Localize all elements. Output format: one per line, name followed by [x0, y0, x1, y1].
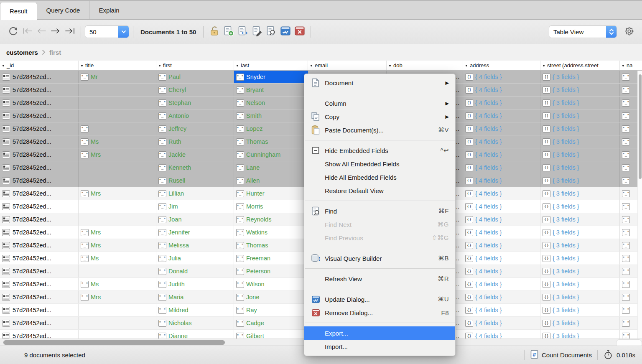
cell-na[interactable]: "_" — [620, 122, 638, 135]
cell-id[interactable]: 57d28452ed... — [0, 226, 79, 239]
cell-street[interactable]: {}{ 3 fields } — [540, 278, 620, 290]
cell-address[interactable]: {}{ 4 fields } — [463, 71, 540, 83]
cell-street[interactable]: {}{ 3 fields } — [540, 213, 620, 226]
cell-title[interactable]: "_"Ms — [79, 135, 156, 148]
count-documents-button[interactable]: # Count Documents — [530, 349, 592, 361]
cell-street[interactable]: {}{ 3 fields } — [540, 304, 620, 316]
cell-last[interactable]: "_"Snyder — [234, 71, 308, 83]
cell-street[interactable]: {}{ 3 fields } — [540, 291, 620, 303]
cell-last[interactable]: "_"Ray — [234, 304, 308, 316]
cell-id[interactable]: 57d28452ed... — [0, 97, 79, 109]
cell-first[interactable]: "_"Jeffrey — [156, 122, 234, 135]
cell-address[interactable]: {}{ 4 fields } — [463, 291, 540, 303]
cell-na[interactable]: "_" — [620, 109, 638, 122]
cell-address[interactable]: {}{ 4 fields } — [463, 226, 540, 239]
cell-street[interactable]: {}{ 3 fields } — [540, 161, 620, 174]
menu-item-visual-query-builder[interactable]: Visual Query Builder⌘B — [304, 252, 455, 265]
cell-first[interactable]: "_"Jim — [156, 200, 234, 213]
cell-address[interactable]: {}{ 4 fields } — [463, 174, 540, 187]
cell-title[interactable]: "_"Mr — [79, 71, 156, 83]
cell-first[interactable]: "_"Maria — [156, 291, 234, 303]
next-page-button[interactable] — [48, 25, 63, 39]
cell-na[interactable]: "_" — [620, 187, 638, 200]
cell-street[interactable]: {}{ 3 fields } — [540, 135, 620, 148]
cell-street[interactable]: {}{ 3 fields } — [540, 252, 620, 265]
cell-id[interactable]: 57d28452ed... — [0, 174, 79, 187]
cell-title[interactable] — [79, 109, 156, 122]
cell-na[interactable]: "_" — [620, 200, 638, 213]
cell-last[interactable]: "_"Freeman — [234, 252, 308, 265]
unlock-button[interactable] — [207, 25, 222, 39]
update-dialog-button[interactable] — [278, 25, 293, 39]
cell-last[interactable]: "_"Lopez — [234, 122, 308, 135]
view-mode-select[interactable]: Table View — [549, 25, 617, 38]
cell-id[interactable]: 57d28452ed... — [0, 135, 79, 148]
cell-last[interactable]: "_"Watkins — [234, 226, 308, 239]
last-page-button[interactable] — [63, 25, 77, 39]
menu-item-export[interactable]: Export... — [304, 326, 455, 340]
cell-na[interactable]: "_" — [620, 291, 638, 303]
cell-street[interactable]: {}{ 3 fields } — [540, 265, 620, 277]
cell-title[interactable] — [79, 265, 156, 277]
cell-address[interactable]: {}{ 4 fields } — [463, 122, 540, 135]
cell-id[interactable]: 57d28452ed... — [0, 187, 79, 200]
settings-button[interactable] — [622, 25, 636, 39]
cell-last[interactable]: "_"Cunningham — [234, 148, 308, 161]
cell-id[interactable]: 57d28452ed... — [0, 200, 79, 213]
cell-street[interactable]: {}{ 3 fields } — [540, 122, 620, 135]
menu-item-column[interactable]: Column▶ — [304, 97, 455, 110]
cell-address[interactable]: {}{ 4 fields } — [463, 252, 540, 265]
column-header-id[interactable]: _id — [0, 61, 79, 70]
first-page-button[interactable] — [20, 25, 34, 39]
cell-street[interactable]: {}{ 3 fields } — [540, 109, 620, 122]
cell-street[interactable]: {}{ 3 fields } — [540, 97, 620, 109]
prev-page-button[interactable] — [34, 25, 48, 39]
cell-last[interactable]: "_"Reynolds — [234, 213, 308, 226]
cell-first[interactable]: "_"Donald — [156, 265, 234, 277]
menu-item-remove-dialog[interactable]: Remove Dialog...F8 — [304, 306, 455, 319]
cell-title[interactable] — [79, 304, 156, 316]
breadcrumb-field[interactable]: first — [49, 49, 61, 56]
column-header-first[interactable]: first — [156, 61, 234, 70]
cell-address[interactable]: {}{ 4 fields } — [463, 97, 540, 109]
cell-na[interactable]: "_" — [620, 330, 638, 339]
cell-na[interactable]: "_" — [620, 174, 638, 187]
menu-item-update-dialog[interactable]: Update Dialog...⌘U — [304, 293, 455, 306]
cell-first[interactable]: "_"Julia — [156, 252, 234, 265]
cell-id[interactable]: 57d28452ed... — [0, 213, 79, 226]
cell-first[interactable]: "_"Jennifer — [156, 226, 234, 239]
cell-first[interactable]: "_"Cheryl — [156, 84, 234, 96]
cell-address[interactable]: {}{ 4 fields } — [463, 148, 540, 161]
menu-item-import[interactable]: Import... — [304, 340, 455, 353]
cell-last[interactable]: "_"Peterson — [234, 265, 308, 277]
cell-title[interactable] — [79, 161, 156, 174]
cell-na[interactable]: "_" — [620, 97, 638, 109]
edit-document-button[interactable] — [250, 25, 264, 39]
cell-id[interactable]: 57d28452ed... — [0, 161, 79, 174]
cell-first[interactable]: "_"Jackie — [156, 148, 234, 161]
cell-last[interactable]: "_"Thomas — [234, 135, 308, 148]
cell-na[interactable]: "_" — [620, 148, 638, 161]
cell-na[interactable]: "_" — [620, 135, 638, 148]
cell-street[interactable]: {}{ 3 fields } — [540, 200, 620, 213]
cell-street[interactable]: {}{ 3 fields } — [540, 330, 620, 339]
tab-result[interactable]: Result — [0, 3, 37, 20]
menu-item-refresh-view[interactable]: Refresh View⌘R — [304, 272, 455, 285]
cell-address[interactable]: {}{ 4 fields } — [463, 187, 540, 200]
cell-id[interactable]: 57d28452ed... — [0, 109, 79, 122]
menu-item-document[interactable]: Document▶ — [304, 76, 455, 89]
cell-id[interactable]: 57d28452ed... — [0, 291, 79, 303]
cell-street[interactable]: {}{ 3 fields } — [540, 239, 620, 252]
breadcrumb-collection[interactable]: customers — [6, 49, 38, 56]
cell-na[interactable]: "_" — [620, 71, 638, 83]
cell-id[interactable]: 57d28452ed... — [0, 71, 79, 83]
cell-last[interactable]: "_"Nelson — [234, 97, 308, 109]
tab-explain[interactable]: Explain — [89, 1, 129, 19]
cell-title[interactable] — [79, 200, 156, 213]
cell-na[interactable]: "_" — [620, 278, 638, 290]
cell-address[interactable]: {}{ 4 fields } — [463, 213, 540, 226]
vertical-scrollbar[interactable] — [637, 71, 642, 339]
cell-id[interactable]: 57d28452ed... — [0, 252, 79, 265]
remove-dialog-button[interactable] — [293, 25, 307, 39]
cell-id[interactable]: 57d28452ed... — [0, 84, 79, 96]
